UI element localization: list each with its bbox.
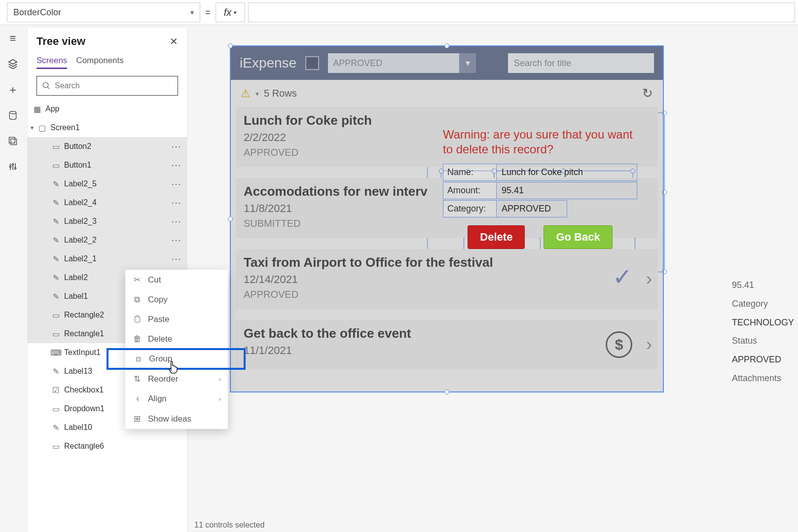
delete-dialog: Warning: are you sure that you want to d…: [443, 127, 637, 249]
tree-node-app[interactable]: ▦ App: [28, 100, 187, 118]
svg-point-6: [43, 82, 48, 88]
tab-screens[interactable]: Screens: [36, 56, 67, 69]
control-icon: ▭: [51, 311, 60, 319]
chevron-down-icon: ▾: [233, 9, 236, 16]
ctx-copy[interactable]: ⧉Copy: [125, 290, 228, 310]
details-panel: 95.41 Category TECHNOLOGY Status APPROVE…: [732, 276, 798, 388]
equals-label: =: [205, 7, 211, 18]
dialog-amount-label: Amount:: [443, 182, 497, 199]
tab-components[interactable]: Components: [76, 56, 123, 69]
copy-icon: ⧉: [132, 295, 142, 305]
tree-label: App: [45, 105, 59, 113]
chevron-down-icon: ▾: [31, 124, 34, 131]
more-icon[interactable]: ⋯: [171, 215, 183, 227]
more-icon[interactable]: ⋯: [171, 234, 183, 246]
screen-icon: ▢: [37, 123, 46, 132]
fx-button[interactable]: fx ▾: [216, 2, 245, 22]
property-select[interactable]: BorderColor ▾: [7, 2, 200, 22]
more-icon[interactable]: ⋯: [171, 197, 183, 209]
tree-item-label: TextInput1: [64, 348, 101, 357]
tree-item-label: Label2_4: [64, 198, 97, 207]
ctx-delete[interactable]: 🗑︎Delete: [125, 329, 228, 349]
formula-input[interactable]: [248, 2, 795, 22]
tree-item[interactable]: ✎Label2_3⋯: [28, 212, 187, 231]
ctx-cut[interactable]: ✂Cut: [125, 270, 228, 290]
tree-item-label: Button1: [64, 161, 91, 170]
tree-item-label: Checkbox1: [64, 386, 104, 394]
svg-line-7: [47, 87, 49, 89]
close-icon[interactable]: ✕: [170, 35, 178, 47]
app-icon: ▦: [33, 105, 41, 113]
canvas[interactable]: iExpense APPROVED ▾ Search for title ⚠ ▾…: [192, 30, 798, 517]
delete-button[interactable]: Delete: [468, 225, 525, 249]
detail-attachments-label: Attachments: [732, 369, 798, 388]
control-icon: ✎: [51, 179, 60, 188]
control-icon: ⌨: [51, 348, 60, 357]
tree-item[interactable]: ▭Button2⋯: [28, 137, 187, 156]
chevron-down-icon: ▾: [190, 8, 194, 16]
media-icon[interactable]: [6, 135, 19, 147]
plus-icon[interactable]: ＋: [6, 83, 19, 96]
reorder-icon: ⇅: [132, 374, 142, 384]
control-icon: ▭: [51, 142, 60, 151]
hamburger-icon[interactable]: ≡: [6, 32, 19, 45]
tree-item-label: Label2_3: [64, 217, 97, 226]
svg-point-4: [12, 164, 13, 165]
dialog-category-value: APPROVED: [497, 201, 567, 217]
dialog-footer: Delete Go Back: [443, 225, 637, 249]
detail-status-value: APPROVED: [732, 351, 798, 369]
tree-item-label: Label10: [64, 423, 92, 432]
ctx-group[interactable]: ⧈Group: [108, 349, 245, 369]
svg-rect-1: [9, 138, 15, 143]
tree-item-label: Label1: [64, 292, 88, 301]
detail-category-value: TECHNOLOGY: [732, 314, 798, 332]
tree-node-screen1[interactable]: ▾ ▢ Screen1: [28, 118, 187, 137]
tree-tabs: Screens Components: [28, 51, 187, 72]
tree-item[interactable]: ✎Label2_2⋯: [28, 231, 187, 249]
dialog-name-value: Lunch for Coke pitch: [497, 164, 637, 180]
ctx-show-ideas[interactable]: ⊞Show ideas: [125, 409, 228, 429]
svg-rect-2: [11, 139, 17, 145]
layers-icon[interactable]: [6, 58, 19, 71]
tree-item[interactable]: ▭Button1⋯: [28, 156, 187, 175]
chevron-right-icon: ›: [218, 395, 221, 403]
ctx-reorder[interactable]: ⇅Reorder›: [125, 369, 228, 389]
tree-item-label: Rectangle1: [64, 329, 104, 338]
more-icon[interactable]: ⋯: [171, 253, 183, 265]
dialog-name-label: Name:: [443, 164, 497, 180]
tree-item-label: Rectangle2: [64, 311, 104, 319]
dialog-amount-value: 95.41: [497, 182, 518, 199]
goback-button[interactable]: Go Back: [544, 225, 612, 249]
tree-item-label: Label13: [64, 367, 92, 376]
ctx-align[interactable]: ⫞Align›: [125, 389, 228, 409]
chevron-right-icon: ›: [218, 375, 221, 383]
detail-status-label: Status: [732, 332, 798, 351]
control-icon: ✎: [51, 236, 60, 245]
tree-search[interactable]: [36, 76, 178, 96]
more-icon[interactable]: ⋯: [171, 159, 183, 171]
detail-category-label: Category: [732, 295, 798, 314]
control-icon: ▭: [51, 442, 60, 451]
context-menu: ✂Cut ⧉Copy 📋︎Paste 🗑︎Delete ⧈Group ⇅Reor…: [125, 270, 228, 429]
control-icon: ✎: [51, 273, 60, 282]
fx-label: fx: [224, 7, 232, 18]
more-icon[interactable]: ⋯: [171, 178, 183, 190]
group-icon: ⧈: [133, 354, 143, 364]
svg-point-3: [9, 166, 11, 167]
tools-icon[interactable]: [6, 160, 19, 173]
control-icon: ✎: [51, 423, 60, 432]
detail-amount: 95.41: [732, 276, 798, 295]
tree-item[interactable]: ✎Label2_1⋯: [28, 249, 187, 268]
data-icon[interactable]: [6, 109, 19, 122]
control-icon: ▭: [51, 404, 60, 413]
tree-item-label: Label2_5: [64, 179, 97, 188]
tree-label: Screen1: [50, 123, 80, 132]
tree-item[interactable]: ✎Label2_5⋯: [28, 175, 187, 193]
tree-item[interactable]: ▭Rectangle6: [28, 437, 187, 456]
tree-item[interactable]: ✎Label2_4⋯: [28, 193, 187, 212]
tree-search-input[interactable]: [55, 81, 173, 90]
left-rail: ≡ ＋: [0, 28, 26, 532]
more-icon[interactable]: ⋯: [171, 141, 183, 152]
dialog-row-category: Category: APPROVED: [443, 200, 567, 217]
ctx-paste[interactable]: 📋︎Paste: [125, 310, 228, 329]
